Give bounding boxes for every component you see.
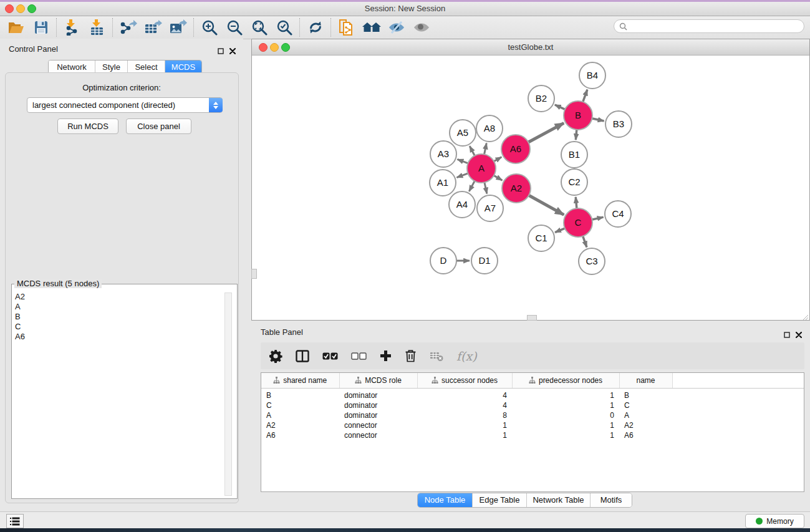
clone-network-icon[interactable]: [334, 18, 359, 37]
table-cell[interactable]: dominator: [339, 400, 417, 410]
window-resize-grip[interactable]: [801, 312, 809, 319]
function-builder-icon[interactable]: f(x): [456, 348, 477, 364]
table-row[interactable]: A6connector11A6: [261, 430, 804, 440]
export-image-icon[interactable]: [166, 18, 191, 37]
close-panel-button[interactable]: Close panel: [126, 118, 191, 134]
float-panel-icon[interactable]: [218, 46, 224, 57]
table-row[interactable]: Adominator80A: [261, 410, 804, 420]
split-panel-icon[interactable]: [296, 348, 309, 364]
table-panel: Table Panel f(x) sh: [251, 324, 810, 510]
tab-network[interactable]: Network: [49, 60, 95, 74]
tab-edge-table[interactable]: Edge Table: [472, 493, 526, 507]
export-table-icon[interactable]: [141, 18, 166, 37]
column-header-predecessor-nodes[interactable]: predecessor nodes: [512, 373, 619, 389]
task-history-button[interactable]: [6, 514, 24, 528]
table-cell[interactable]: 1: [512, 389, 619, 401]
mcds-result-item[interactable]: A: [15, 302, 237, 312]
optimization-criterion-select[interactable]: largest connected component (directed): [27, 97, 223, 113]
mcds-result-item[interactable]: B: [15, 312, 237, 322]
node-table-grid[interactable]: shared nameMCDS rolesuccessor nodesprede…: [261, 373, 804, 440]
table-cell[interactable]: 1: [512, 420, 619, 430]
network-edge[interactable]: [527, 195, 564, 215]
table-cell[interactable]: A6: [619, 430, 672, 440]
splitter-grip[interactable]: [527, 315, 537, 321]
mcds-result-item[interactable]: A6: [15, 332, 237, 342]
table-row[interactable]: Bdominator41B: [261, 389, 804, 401]
table-cell[interactable]: B: [619, 389, 672, 401]
add-column-icon[interactable]: [380, 348, 392, 364]
table-cell[interactable]: 1: [417, 430, 512, 440]
column-header-name[interactable]: name: [619, 373, 672, 389]
float-table-panel-icon[interactable]: [784, 329, 790, 341]
column-header-mcds-role[interactable]: MCDS role: [339, 373, 417, 389]
table-cell-filler: [672, 430, 804, 440]
zoom-selected-icon[interactable]: [272, 18, 297, 37]
table-cell[interactable]: 1: [512, 400, 619, 410]
mcds-result-item[interactable]: A2: [15, 292, 237, 302]
table-cell-filler: [672, 420, 804, 430]
tab-motifs[interactable]: Motifs: [590, 493, 632, 507]
close-panel-icon[interactable]: [229, 46, 236, 57]
table-cell[interactable]: 1: [417, 420, 512, 430]
search-input[interactable]: [627, 21, 804, 31]
delete-table-icon[interactable]: [430, 348, 443, 364]
zoom-fit-icon[interactable]: [247, 18, 272, 37]
table-cell[interactable]: A6: [261, 430, 339, 440]
import-table-icon[interactable]: [85, 18, 110, 37]
memory-status-icon: [756, 518, 763, 525]
column-header-successor-nodes[interactable]: successor nodes: [417, 373, 512, 389]
hide-eye-icon[interactable]: [384, 18, 409, 37]
list-icon: [10, 517, 20, 526]
refresh-icon[interactable]: [303, 18, 328, 37]
table-cell[interactable]: 8: [417, 410, 512, 420]
settings-gear-icon[interactable]: [269, 348, 282, 364]
table-cell[interactable]: 4: [417, 389, 512, 401]
tab-network-table[interactable]: Network Table: [526, 493, 590, 507]
table-cell[interactable]: A2: [261, 420, 339, 430]
column-header-shared-name[interactable]: shared name: [261, 373, 339, 389]
table-cell[interactable]: 4: [417, 400, 512, 410]
table-cell[interactable]: 1: [512, 430, 619, 440]
zoom-in-icon[interactable]: [197, 18, 222, 37]
mcds-result-item[interactable]: C: [15, 322, 237, 332]
network-window-titlebar[interactable]: testGlobe.txt: [252, 39, 809, 56]
table-cell[interactable]: A2: [619, 420, 672, 430]
show-eye-icon[interactable]: [409, 18, 434, 37]
export-network-icon[interactable]: [116, 18, 141, 37]
network-canvas[interactable]: AA1A2A3A4A5A6A7A8BB1B2B3B4CC1C2C3C4DD1: [252, 56, 809, 320]
table-cell[interactable]: connector: [339, 420, 417, 430]
table-cell[interactable]: dominator: [339, 410, 417, 420]
run-mcds-button[interactable]: Run MCDS: [57, 118, 118, 134]
select-all-checks-icon[interactable]: [322, 348, 338, 364]
table-cell[interactable]: C: [619, 400, 672, 410]
open-session-icon[interactable]: [4, 18, 29, 37]
list-scrollbar[interactable]: [224, 293, 232, 496]
save-session-icon[interactable]: [29, 18, 54, 37]
table-cell[interactable]: connector: [339, 430, 417, 440]
table-row[interactable]: Cdominator41C: [261, 400, 804, 410]
tab-node-table[interactable]: Node Table: [418, 493, 472, 507]
search-field[interactable]: [614, 19, 804, 33]
network-edge[interactable]: [527, 123, 564, 143]
import-network-icon[interactable]: [60, 18, 85, 37]
memory-button[interactable]: Memory: [745, 514, 804, 528]
zoom-out-icon[interactable]: [222, 18, 247, 37]
table-cell[interactable]: 0: [512, 410, 619, 420]
table-cell[interactable]: A: [619, 410, 672, 420]
tab-select[interactable]: Select: [127, 60, 165, 74]
deselect-all-checks-icon[interactable]: [351, 348, 367, 364]
table-cell[interactable]: C: [261, 400, 339, 410]
table-row[interactable]: A2connector11A2: [261, 420, 804, 430]
tab-style[interactable]: Style: [95, 60, 127, 74]
tab-mcds[interactable]: MCDS: [165, 60, 201, 74]
toolbar-separator: [56, 18, 57, 37]
table-cell[interactable]: A: [261, 410, 339, 420]
delete-column-icon[interactable]: [405, 348, 417, 364]
window-titlebar[interactable]: Session: New Session: [0, 2, 810, 16]
home-icon[interactable]: [359, 18, 384, 37]
network-node-label: C1: [535, 233, 547, 243]
table-cell[interactable]: B: [261, 389, 339, 401]
table-cell[interactable]: dominator: [339, 389, 417, 401]
splitter-grip[interactable]: [251, 269, 257, 279]
close-table-panel-icon[interactable]: [796, 329, 802, 341]
